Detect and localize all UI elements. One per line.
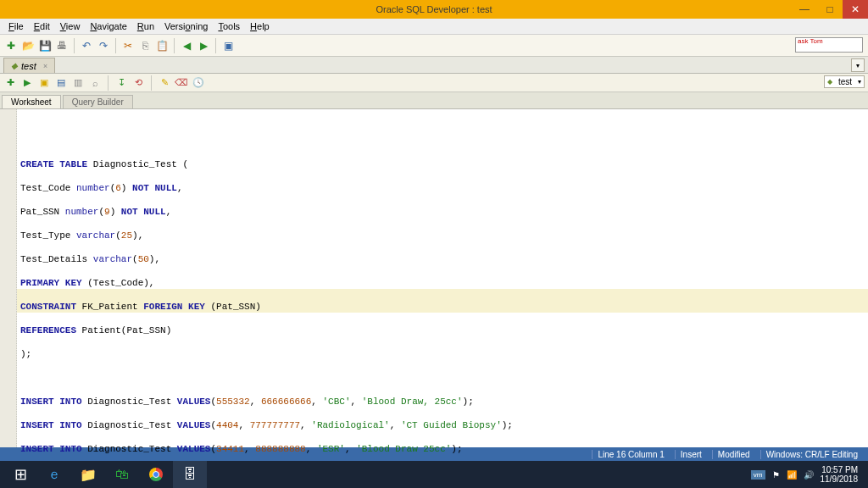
cut-icon[interactable]: ✂ [120,38,136,53]
save-icon[interactable]: 💾 [37,38,53,53]
close-button[interactable]: ✕ [843,0,868,19]
tab-query-builder[interactable]: Query Builder [63,95,133,108]
separator [174,38,175,53]
connection-tabstrip: ◆ test × ▾ [0,57,868,74]
sql-icon[interactable]: ▣ [220,38,236,53]
copy-icon[interactable]: ⎘ [137,38,153,53]
history-icon[interactable]: 🕓 [192,76,205,90]
windows-taskbar: ⊞ ｅ 📁 🛍 🗄 vm ⚑ 📶 🔊 10:57 PM 11/9/2018 [0,461,868,488]
window-buttons: — □ ✕ [792,0,868,19]
print-icon[interactable]: 🖶 [54,38,70,53]
menu-edit[interactable]: Edit [29,19,55,33]
taskbar-chrome-icon[interactable] [139,461,173,488]
rollback-icon[interactable]: ⟲ [131,76,145,90]
separator [108,75,108,91]
menu-view[interactable]: View [55,19,86,33]
sql-editor[interactable]: -CREATE TABLE Diagnostic_Test ( Test_Cod… [17,109,868,458]
clear-icon[interactable]: ⌫ [175,76,188,90]
tray-flag-icon[interactable]: ⚑ [772,470,780,480]
taskbar-sqldeveloper-icon[interactable]: 🗄 [173,461,207,488]
menu-navigate[interactable]: Navigate [85,19,131,33]
connection-tab-test[interactable]: ◆ test × [3,58,55,73]
titlebar: Oracle SQL Developer : test — □ ✕ [0,0,868,19]
taskbar-ie-icon[interactable]: ｅ [37,461,71,488]
undo-icon[interactable]: ↶ [79,38,94,53]
menu-help[interactable]: Help [245,19,275,33]
new-icon[interactable]: ✚ [3,38,19,53]
explain-plan-icon[interactable]: ▤ [54,76,68,90]
menu-file[interactable]: File [3,19,29,33]
connection-dropdown[interactable]: test [824,75,865,88]
start-button[interactable]: ⊞ [3,461,37,488]
separator [115,38,116,53]
sql-tune-icon[interactable]: ⌕ [88,76,102,90]
taskbar-explorer-icon[interactable]: 📁 [71,461,105,488]
run-statement-icon[interactable]: ▶ [20,76,34,90]
open-icon[interactable]: 📂 [20,38,36,53]
menubar: File Edit View Navigate Run Versioning T… [0,19,868,35]
menu-versioning[interactable]: Versioning [159,19,213,33]
taskbar-clock[interactable]: 10:57 PM 11/9/2018 [821,465,859,484]
autotrace-icon[interactable]: ▥ [71,76,85,90]
system-tray: vm ⚑ 📶 🔊 10:57 PM 11/9/2018 [751,465,865,484]
ask-tom-box[interactable]: ask Tom [795,37,863,53]
code-content: -CREATE TABLE Diagnostic_Test ( Test_Cod… [20,147,865,458]
worksheet-tabs: Worksheet Query Builder [0,92,868,109]
separator [151,75,152,91]
minimize-button[interactable]: — [792,0,817,19]
window-title: Oracle SQL Developer : test [376,4,492,14]
tray-network-icon[interactable]: 📶 [787,470,797,480]
back-icon[interactable]: ◀ [179,38,194,53]
fwd-icon[interactable]: ▶ [196,38,211,53]
close-tab-icon[interactable]: × [43,62,47,70]
editor-gutter [0,109,17,458]
taskbar-store-icon[interactable]: 🛍 [105,461,139,488]
redo-icon[interactable]: ↷ [96,38,111,53]
maximize-button[interactable]: □ [817,0,843,19]
main-toolbar: ✚ 📂 💾 🖶 ↶ ↷ ✂ ⎘ 📋 ◀ ▶ ▣ ask Tom [0,35,868,57]
worksheet-icon: ◆ [11,61,18,70]
separator [215,38,216,53]
tab-worksheet[interactable]: Worksheet [2,95,61,108]
tray-vm-icon[interactable]: vm [751,470,765,480]
tray-volume-icon[interactable]: 🔊 [804,470,814,480]
editor-area: -CREATE TABLE Diagnostic_Test ( Test_Cod… [0,109,868,458]
paste-icon[interactable]: 📋 [154,38,170,53]
commit-icon[interactable]: ↧ [114,76,128,90]
unshared-icon[interactable]: ✎ [158,76,171,90]
separator [74,38,75,53]
run-script-icon[interactable]: ▣ [37,76,51,90]
menu-run[interactable]: Run [132,19,159,33]
connection-tab-label: test [21,61,36,71]
add-icon[interactable]: ✚ [3,76,17,90]
worksheet-toolbar: ✚ ▶ ▣ ▤ ▥ ⌕ ↧ ⟲ ✎ ⌫ 🕓 test [0,74,868,92]
tablist-dropdown-icon[interactable]: ▾ [851,58,865,72]
menu-tools[interactable]: Tools [213,19,245,33]
